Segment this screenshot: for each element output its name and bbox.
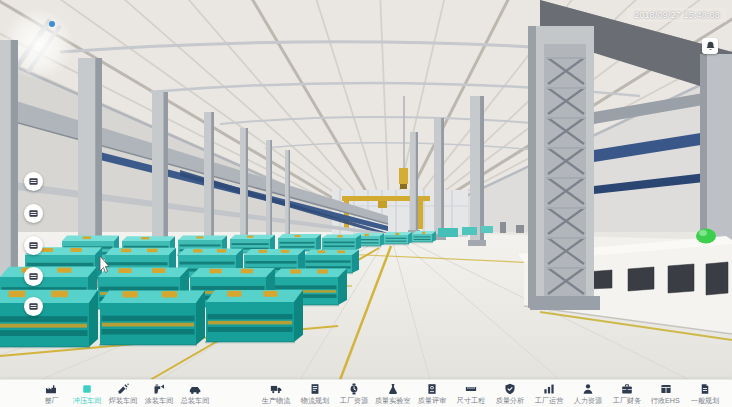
toolbar-item-label: 人力资源 — [573, 396, 602, 405]
press-icon-wrap — [81, 383, 93, 395]
toolbar-item-stamping[interactable]: 冲压车间 — [69, 383, 105, 405]
toolbar-item-painting[interactable]: 涂装车间 — [141, 383, 177, 405]
person-icon — [582, 383, 594, 395]
equipment-marker-3-button[interactable] — [24, 236, 43, 255]
equipment-marker-5-button[interactable] — [24, 297, 43, 316]
briefcase-icon — [621, 383, 633, 395]
toolbar-item-label: 焊装车间 — [109, 396, 138, 405]
chart-icon — [543, 383, 555, 395]
weld-icon — [117, 383, 129, 395]
far-right-column-edge — [700, 54, 707, 240]
factory-3d-scene[interactable] — [0, 0, 732, 380]
bell-icon — [705, 41, 716, 52]
toolbar-item-quality-lab[interactable]: 质量实验室 — [373, 383, 412, 405]
toolbar-item-label: 涂装车间 — [145, 396, 174, 405]
plant-icon — [45, 383, 57, 395]
doc-icon — [699, 383, 711, 395]
truck-icon-wrap — [270, 383, 282, 395]
spray-icon — [153, 383, 165, 395]
toolbar-item-label: 质量评审 — [417, 396, 446, 405]
grid-icon — [660, 383, 672, 395]
toolbar-item-label: 质量实验室 — [375, 396, 411, 405]
main-lattice-column — [528, 26, 600, 310]
notification-bell-button[interactable] — [702, 38, 718, 54]
equipment-marker-2-button[interactable] — [24, 204, 43, 223]
app-root: 2018/09/27 15:48:08 整厂冲压车间焊装车间涂装车间总装车间 生… — [0, 0, 732, 407]
toolbar-item-label: 整厂 — [44, 396, 58, 405]
timestamp: 2018/09/27 15:48:08 — [627, 8, 727, 22]
3d-viewport[interactable]: 2018/09/27 15:48:08 — [0, 0, 732, 380]
spray-icon-wrap — [153, 383, 165, 395]
toolbar-item-label: 一般规划 — [690, 396, 719, 405]
truck-icon — [270, 383, 282, 395]
toolbar-item-label: 行政EHS — [651, 396, 680, 405]
plan-icon-wrap — [309, 383, 321, 395]
toolbar-item-welding[interactable]: 焊装车间 — [105, 383, 141, 405]
toolbar-item-label: 总装车间 — [181, 396, 210, 405]
die-icon — [28, 271, 39, 282]
toolbar-item-general-planning[interactable]: 一般规划 — [685, 383, 724, 405]
toolbar-item-label: 冲压车间 — [73, 396, 102, 405]
module-nav-group: 生产物流物流规划工厂资源质量实验室质量评审尺寸工程质量分析工厂运营人力资源工厂财… — [256, 383, 724, 405]
toolbar-item-production-logistics[interactable]: 生产物流 — [256, 383, 295, 405]
ruler-icon — [465, 383, 477, 395]
plan-icon — [309, 383, 321, 395]
flask-icon-wrap — [387, 383, 399, 395]
press-icon — [81, 383, 93, 395]
weld-icon-wrap — [117, 383, 129, 395]
equipment-marker-4-button[interactable] — [24, 267, 43, 286]
die-icon — [28, 240, 39, 251]
toolbar-item-assembly[interactable]: 总装车间 — [177, 383, 213, 405]
toolbar-item-factory-operation[interactable]: 工厂运营 — [529, 383, 568, 405]
green-status-marker[interactable] — [696, 229, 716, 244]
equipment-marker-1-button[interactable] — [24, 172, 43, 191]
toolbar-item-plant[interactable]: 整厂 — [33, 383, 69, 405]
watch-icon — [348, 383, 360, 395]
assembly-icon — [189, 383, 201, 395]
person-icon-wrap — [582, 383, 594, 395]
toolbar-item-label: 物流规划 — [300, 396, 329, 405]
toolbar-item-factory-finance[interactable]: 工厂财务 — [607, 383, 646, 405]
toolbar-item-logistics-planning[interactable]: 物流规划 — [295, 383, 334, 405]
die-icon — [28, 176, 39, 187]
briefcase-icon-wrap — [621, 383, 633, 395]
toolbar-item-human-resources[interactable]: 人力资源 — [568, 383, 607, 405]
toolbar-item-quality-analysis[interactable]: 质量分析 — [490, 383, 529, 405]
assembly-icon-wrap — [189, 383, 201, 395]
ruler-icon-wrap — [465, 383, 477, 395]
toolbar-item-label: 工厂运营 — [534, 396, 563, 405]
workshop-nav-group: 整厂冲压车间焊装车间涂装车间总装车间 — [33, 383, 213, 405]
toolbar-item-quality-review[interactable]: 质量评审 — [412, 383, 451, 405]
toolbar-item-label: 工厂资源 — [339, 396, 368, 405]
grid-icon-wrap — [660, 383, 672, 395]
toolbar-item-label: 质量分析 — [495, 396, 524, 405]
toolbar-item-label: 工厂财务 — [612, 396, 641, 405]
toolbar-item-factory-resources[interactable]: 工厂资源 — [334, 383, 373, 405]
timestamp-text: 2018/09/27 15:48:08 — [634, 10, 720, 20]
watch-icon-wrap — [348, 383, 360, 395]
die-icon — [28, 208, 39, 219]
chart-icon-wrap — [543, 383, 555, 395]
review-icon — [426, 383, 438, 395]
plant-icon-wrap — [45, 383, 57, 395]
die-icon — [28, 301, 39, 312]
doc-icon-wrap — [699, 383, 711, 395]
toolbar-item-label: 生产物流 — [261, 396, 290, 405]
toolbar-item-label: 尺寸工程 — [456, 396, 485, 405]
toolbar-item-admin-ehs[interactable]: 行政EHS — [646, 383, 685, 405]
flask-icon — [387, 383, 399, 395]
toolbar-item-dimension-engineering[interactable]: 尺寸工程 — [451, 383, 490, 405]
shield-icon — [504, 383, 516, 395]
review-icon-wrap — [426, 383, 438, 395]
shield-icon-wrap — [504, 383, 516, 395]
bottom-toolbar: 整厂冲压车间焊装车间涂装车间总装车间 生产物流物流规划工厂资源质量实验室质量评审… — [0, 379, 732, 407]
